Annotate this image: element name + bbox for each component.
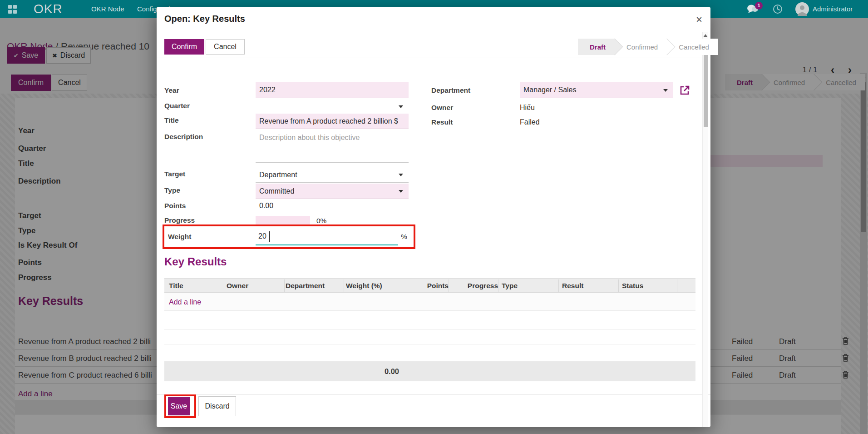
modal-confirm-label: Confirm: [172, 43, 197, 51]
department-select[interactable]: Manager / Sales: [520, 82, 673, 98]
caret-down-icon: [399, 190, 403, 193]
app-brand: OKR: [34, 0, 63, 18]
scroll-up-icon[interactable]: [703, 34, 708, 37]
result-value: Failed: [520, 118, 540, 126]
target-select[interactable]: Department: [256, 167, 409, 183]
caret-down-icon: [399, 174, 403, 176]
col-department[interactable]: Department: [286, 279, 325, 293]
weight-input[interactable]: [256, 228, 398, 245]
col-points[interactable]: Points: [397, 279, 449, 293]
modal-status-step-draft[interactable]: Draft: [578, 39, 615, 55]
activity-clock-icon[interactable]: [773, 4, 783, 14]
add-a-line[interactable]: Add a line: [169, 293, 201, 311]
modal-scrollbar[interactable]: [702, 32, 708, 427]
modal-title: Open: Key Results: [164, 14, 245, 24]
modal-discard-button[interactable]: Discard: [198, 396, 236, 416]
progress-value: 0%: [316, 217, 326, 225]
col-title[interactable]: Title: [169, 279, 183, 293]
label-type: Type: [164, 186, 180, 195]
col-result[interactable]: Result: [562, 279, 583, 293]
label-result: Result: [431, 118, 453, 126]
modal-open-key-results: Open: Key Results × Confirm Cancel Draft…: [157, 7, 710, 427]
caret-down-icon: [399, 105, 403, 108]
caret-down-icon: [663, 89, 668, 92]
col-weight[interactable]: Weight (%): [346, 279, 382, 293]
modal-cancel-label: Cancel: [214, 43, 237, 51]
type-select[interactable]: Committed: [256, 184, 409, 199]
label-description: Description: [164, 133, 203, 141]
screen: OKR OKR Node Configuration 1 Administrat…: [0, 0, 868, 434]
key-results-heading: Key Results: [164, 255, 227, 268]
owner-value: Hiếu: [520, 104, 535, 112]
weight-unit: %: [401, 233, 407, 241]
col-owner[interactable]: Owner: [227, 279, 248, 293]
quarter-select[interactable]: [256, 99, 409, 115]
key-results-table-header: Title Owner Department Weight (%) Points…: [164, 278, 695, 293]
target-value: Department: [259, 171, 297, 179]
text-cursor: [269, 231, 270, 242]
close-icon[interactable]: ×: [692, 13, 706, 26]
label-department: Department: [431, 86, 470, 95]
key-results-add-row: Add a line: [164, 293, 695, 311]
year-input[interactable]: [256, 82, 409, 98]
external-link-icon[interactable]: [679, 85, 690, 96]
menu-okr-node[interactable]: OKR Node: [91, 0, 124, 18]
label-quarter: Quarter: [164, 102, 190, 110]
apps-grid-icon[interactable]: [8, 5, 17, 14]
label-year: Year: [164, 86, 179, 95]
department-value: Manager / Sales: [523, 86, 577, 94]
label-title: Title: [164, 116, 179, 125]
modal-discard-label: Discard: [205, 402, 229, 410]
type-value: Committed: [259, 187, 294, 195]
user-avatar[interactable]: [795, 2, 809, 16]
points-value: 0.00: [259, 202, 273, 210]
modal-confirm-button[interactable]: Confirm: [164, 39, 204, 55]
col-type[interactable]: Type: [502, 279, 518, 293]
weight-total-value: 0.00: [369, 367, 414, 376]
description-textarea[interactable]: [256, 131, 409, 163]
label-weight: Weight: [168, 233, 191, 241]
col-status[interactable]: Status: [622, 279, 643, 293]
label-progress: Progress: [164, 216, 195, 224]
weight-total-row: 0.00: [164, 361, 695, 381]
label-target: Target: [164, 170, 185, 178]
col-progress[interactable]: Progress: [449, 279, 498, 293]
title-input[interactable]: [256, 114, 409, 129]
label-points: Points: [164, 202, 186, 210]
modal-statusbar: Draft Confirmed Cancelled: [578, 39, 718, 55]
message-count-badge: 1: [755, 2, 763, 10]
modal-cancel-button[interactable]: Cancel: [206, 39, 245, 55]
label-owner: Owner: [431, 104, 453, 112]
modal-save-button[interactable]: Save: [168, 397, 190, 415]
user-name[interactable]: Administrator: [813, 0, 853, 18]
modal-save-label: Save: [171, 402, 187, 410]
